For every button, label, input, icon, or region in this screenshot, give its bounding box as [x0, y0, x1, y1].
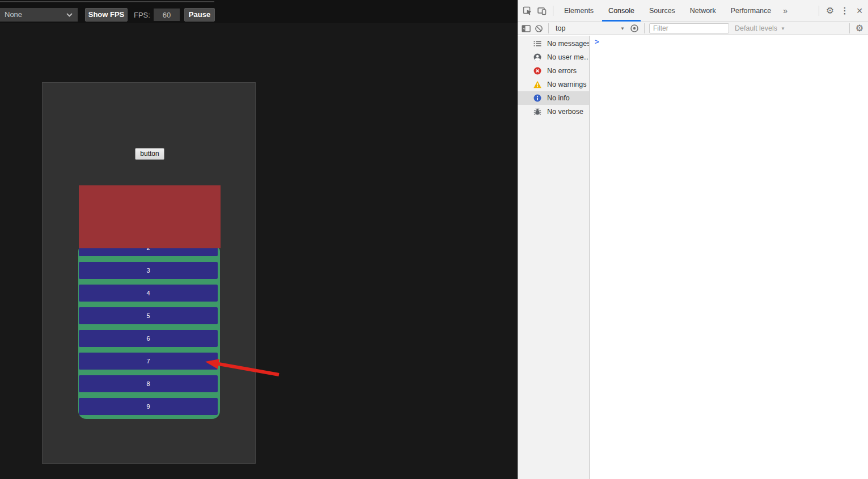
tab-console[interactable]: Console [601, 0, 642, 22]
list-bar-9[interactable]: 9 [79, 398, 218, 415]
close-devtools-icon[interactable]: ✕ [852, 3, 867, 18]
devtools-tabs: ElementsConsoleSourcesNetworkPerformance [557, 0, 778, 22]
list-bar-7[interactable]: 7 [79, 353, 218, 370]
console-body: No messagesNo user me…No errorsNo warnin… [518, 36, 868, 479]
sidebar-item-label: No errors [547, 67, 577, 75]
sidebar-item-label: No warnings [547, 80, 586, 88]
list-bar-3[interactable]: 3 [79, 262, 218, 279]
stage-panel: button 23456789 [42, 82, 256, 464]
effect-dropdown[interactable]: None [0, 8, 78, 22]
list-bar-5[interactable]: 5 [79, 307, 218, 324]
tab-sources[interactable]: Sources [642, 0, 683, 22]
red-overlay-rect [79, 185, 221, 248]
bars-track: 23456789 [78, 247, 220, 419]
console-prompt-chevron[interactable]: > [595, 37, 599, 46]
toolbar-separator [548, 23, 549, 33]
info-icon [533, 94, 541, 102]
web-page: None Show FPS FPS: Pause button 23456789 [0, 0, 518, 479]
device-toolbar-icon[interactable] [535, 3, 549, 18]
fps-input[interactable] [154, 9, 180, 21]
chevron-down-icon [66, 13, 73, 17]
list-bar-8[interactable]: 8 [79, 375, 218, 392]
sidebar-item-label: No user me… [547, 53, 589, 61]
devtools-panel: ElementsConsoleSourcesNetworkPerformance… [518, 0, 868, 479]
console-settings-gear-icon[interactable]: ⚙ [853, 23, 866, 34]
caret-down-icon: ▼ [620, 26, 625, 31]
execution-context-dropdown[interactable]: top ▼ [552, 23, 628, 34]
caret-down-icon: ▼ [781, 26, 785, 31]
toolbar-separator [644, 23, 645, 33]
execution-context-value: top [556, 24, 565, 32]
sidebar-item-no-info[interactable]: No info [518, 91, 589, 105]
sidebar-item-no-errors[interactable]: No errors [518, 64, 589, 78]
console-output[interactable]: > [590, 36, 868, 479]
demo-button[interactable]: button [135, 148, 164, 160]
sidebar-item-label: No messages [547, 40, 589, 48]
console-filter-input[interactable] [649, 23, 729, 33]
list-bar-4[interactable]: 4 [79, 285, 218, 302]
inspect-element-icon[interactable] [520, 3, 535, 18]
effect-dropdown-value: None [5, 10, 22, 19]
devtools-tabbar: ElementsConsoleSourcesNetworkPerformance… [518, 0, 868, 22]
log-levels-value: Default levels [735, 24, 777, 32]
sidebar-item-no-verbose[interactable]: No verbose [518, 105, 589, 118]
show-fps-button[interactable]: Show FPS [85, 8, 128, 22]
console-toolbar: top ▼ Default levels ▼ ⚙ [518, 22, 868, 35]
eye-live-expression-icon[interactable] [628, 23, 641, 34]
warning-icon [533, 80, 541, 88]
clear-console-icon[interactable] [532, 23, 545, 34]
console-sidebar: No messagesNo user me…No errorsNo warnin… [518, 36, 590, 479]
page-toolbar: None Show FPS FPS: Pause [0, 0, 518, 23]
kebab-menu-icon[interactable]: ⋮ [837, 3, 852, 18]
tab-network[interactable]: Network [683, 0, 723, 22]
list-bar-6[interactable]: 6 [79, 330, 218, 347]
sidebar-item-no-user-me-[interactable]: No user me… [518, 50, 589, 64]
fps-label: FPS: [134, 11, 150, 19]
more-tabs-icon[interactable]: » [778, 6, 792, 15]
list-icon [533, 40, 541, 48]
toolbar-separator [819, 6, 819, 16]
user-icon [533, 53, 541, 61]
sidebar-item-no-warnings[interactable]: No warnings [518, 78, 589, 91]
top-hairline [0, 1, 214, 2]
bug-icon [533, 108, 541, 116]
sidebar-item-label: No info [547, 94, 570, 102]
tab-performance[interactable]: Performance [723, 0, 779, 22]
log-levels-dropdown[interactable]: Default levels ▼ [729, 24, 791, 32]
show-console-sidebar-icon[interactable] [520, 23, 532, 34]
sidebar-item-label: No verbose [547, 108, 583, 116]
tab-elements[interactable]: Elements [557, 0, 601, 22]
sidebar-item-no-messages[interactable]: No messages [518, 37, 589, 50]
screenshot-root: None Show FPS FPS: Pause button 23456789 [0, 0, 868, 479]
toolbar-separator [553, 6, 553, 16]
toolbar-separator [849, 23, 850, 33]
settings-gear-icon[interactable]: ⚙ [823, 3, 837, 18]
error-icon [533, 67, 541, 75]
pause-button[interactable]: Pause [184, 8, 215, 22]
